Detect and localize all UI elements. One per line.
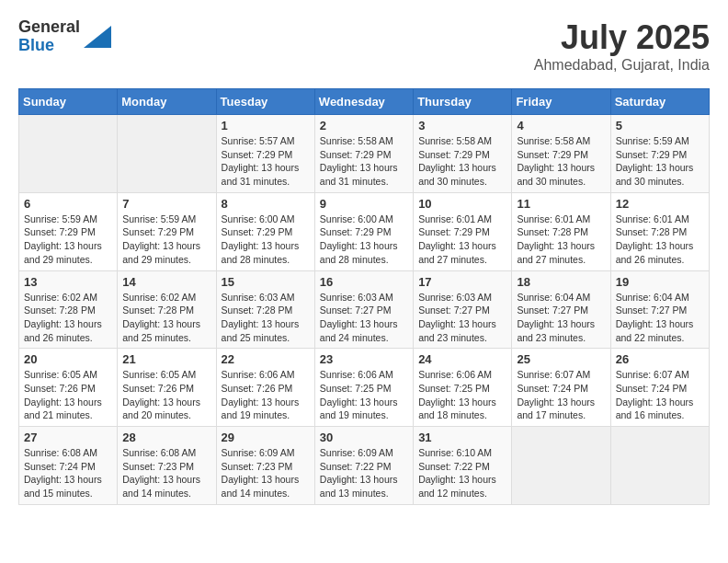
day-info: Sunrise: 6:10 AM Sunset: 7:22 PM Dayligh… [418,446,506,500]
calendar-cell: 27Sunrise: 6:08 AM Sunset: 7:24 PM Dayli… [19,427,118,505]
day-info: Sunrise: 6:08 AM Sunset: 7:24 PM Dayligh… [24,446,112,500]
calendar-cell: 25Sunrise: 6:07 AM Sunset: 7:24 PM Dayli… [512,349,610,427]
day-number: 22 [222,352,310,366]
logo: General Blue [18,18,111,55]
day-info: Sunrise: 6:01 AM Sunset: 7:28 PM Dayligh… [616,213,704,267]
day-number: 17 [418,275,506,289]
day-number: 21 [122,352,210,366]
page-header: General Blue July 2025 Ahmedabad, Gujara… [18,18,710,74]
calendar-cell: 12Sunrise: 6:01 AM Sunset: 7:28 PM Dayli… [610,192,709,270]
day-number: 24 [418,352,506,366]
day-number: 5 [616,119,704,132]
logo-icon [84,26,111,48]
day-info: Sunrise: 6:09 AM Sunset: 7:22 PM Dayligh… [320,446,408,500]
calendar-week-4: 20Sunrise: 6:05 AM Sunset: 7:26 PM Dayli… [19,349,710,427]
day-info: Sunrise: 6:04 AM Sunset: 7:27 PM Dayligh… [616,291,704,345]
calendar-cell: 29Sunrise: 6:09 AM Sunset: 7:23 PM Dayli… [216,427,314,505]
calendar-cell: 2Sunrise: 5:58 AM Sunset: 7:29 PM Daylig… [314,115,413,193]
calendar-week-2: 6Sunrise: 5:59 AM Sunset: 7:29 PM Daylig… [19,192,710,270]
calendar-week-5: 27Sunrise: 6:08 AM Sunset: 7:24 PM Dayli… [19,427,710,505]
day-number: 28 [122,431,210,444]
calendar-cell [118,115,216,193]
title-block: July 2025 Ahmedabad, Gujarat, India [534,18,710,74]
calendar-cell: 11Sunrise: 6:01 AM Sunset: 7:28 PM Dayli… [512,192,610,270]
day-info: Sunrise: 6:06 AM Sunset: 7:25 PM Dayligh… [320,368,408,422]
day-info: Sunrise: 6:02 AM Sunset: 7:28 PM Dayligh… [122,291,210,345]
calendar-cell: 26Sunrise: 6:07 AM Sunset: 7:24 PM Dayli… [610,349,709,427]
header-thursday: Thursday [414,89,512,115]
day-info: Sunrise: 6:08 AM Sunset: 7:23 PM Dayligh… [122,446,210,500]
calendar-header-row: SundayMondayTuesdayWednesdayThursdayFrid… [19,89,710,115]
calendar-cell: 1Sunrise: 5:57 AM Sunset: 7:29 PM Daylig… [216,115,314,193]
calendar-cell [512,427,610,505]
calendar-cell: 15Sunrise: 6:03 AM Sunset: 7:28 PM Dayli… [216,270,314,349]
day-info: Sunrise: 5:59 AM Sunset: 7:29 PM Dayligh… [616,134,704,189]
svg-marker-0 [84,26,111,48]
day-number: 26 [616,352,704,366]
day-info: Sunrise: 5:59 AM Sunset: 7:29 PM Dayligh… [122,213,210,267]
calendar-cell [610,427,709,505]
calendar-cell: 13Sunrise: 6:02 AM Sunset: 7:28 PM Dayli… [19,270,118,349]
header-monday: Monday [118,89,216,115]
day-info: Sunrise: 6:05 AM Sunset: 7:26 PM Dayligh… [24,368,112,422]
day-number: 31 [418,431,506,444]
calendar-cell: 14Sunrise: 6:02 AM Sunset: 7:28 PM Dayli… [118,270,216,349]
day-info: Sunrise: 5:59 AM Sunset: 7:29 PM Dayligh… [24,213,112,267]
day-info: Sunrise: 5:58 AM Sunset: 7:29 PM Dayligh… [320,134,408,189]
calendar-cell: 18Sunrise: 6:04 AM Sunset: 7:27 PM Dayli… [512,270,610,349]
day-info: Sunrise: 6:01 AM Sunset: 7:29 PM Dayligh… [418,213,506,267]
calendar-cell: 3Sunrise: 5:58 AM Sunset: 7:29 PM Daylig… [414,115,512,193]
header-sunday: Sunday [19,89,118,115]
calendar-cell: 31Sunrise: 6:10 AM Sunset: 7:22 PM Dayli… [414,427,512,505]
day-info: Sunrise: 6:03 AM Sunset: 7:27 PM Dayligh… [418,291,506,345]
calendar-week-1: 1Sunrise: 5:57 AM Sunset: 7:29 PM Daylig… [19,115,710,193]
calendar-cell: 21Sunrise: 6:05 AM Sunset: 7:26 PM Dayli… [118,349,216,427]
day-number: 8 [222,197,310,211]
calendar-cell: 17Sunrise: 6:03 AM Sunset: 7:27 PM Dayli… [414,270,512,349]
calendar-cell: 19Sunrise: 6:04 AM Sunset: 7:27 PM Dayli… [610,270,709,349]
day-number: 19 [616,275,704,289]
day-info: Sunrise: 6:09 AM Sunset: 7:23 PM Dayligh… [222,446,310,500]
logo-blue: Blue [18,37,80,55]
day-info: Sunrise: 5:57 AM Sunset: 7:29 PM Dayligh… [222,134,310,189]
day-number: 30 [320,431,408,444]
logo-general: General [18,18,80,37]
calendar-cell: 22Sunrise: 6:06 AM Sunset: 7:26 PM Dayli… [216,349,314,427]
day-number: 6 [24,197,112,211]
day-info: Sunrise: 6:03 AM Sunset: 7:27 PM Dayligh… [320,291,408,345]
calendar-cell: 5Sunrise: 5:59 AM Sunset: 7:29 PM Daylig… [610,115,709,193]
calendar-title: July 2025 [534,18,710,57]
calendar-table: SundayMondayTuesdayWednesdayThursdayFrid… [18,88,710,505]
calendar-cell: 6Sunrise: 5:59 AM Sunset: 7:29 PM Daylig… [19,192,118,270]
day-number: 15 [222,275,310,289]
header-tuesday: Tuesday [216,89,314,115]
day-number: 23 [320,352,408,366]
day-number: 25 [517,352,605,366]
day-number: 10 [418,197,506,211]
calendar-cell: 20Sunrise: 6:05 AM Sunset: 7:26 PM Dayli… [19,349,118,427]
calendar-cell: 23Sunrise: 6:06 AM Sunset: 7:25 PM Dayli… [314,349,413,427]
calendar-cell: 10Sunrise: 6:01 AM Sunset: 7:29 PM Dayli… [414,192,512,270]
header-saturday: Saturday [610,89,709,115]
calendar-cell: 9Sunrise: 6:00 AM Sunset: 7:29 PM Daylig… [314,192,413,270]
header-wednesday: Wednesday [314,89,413,115]
day-number: 29 [222,431,310,444]
calendar-cell: 28Sunrise: 6:08 AM Sunset: 7:23 PM Dayli… [118,427,216,505]
calendar-location: Ahmedabad, Gujarat, India [534,57,710,74]
day-info: Sunrise: 6:06 AM Sunset: 7:26 PM Dayligh… [222,368,310,422]
day-info: Sunrise: 6:07 AM Sunset: 7:24 PM Dayligh… [517,368,605,422]
day-number: 9 [320,197,408,211]
header-friday: Friday [512,89,610,115]
day-info: Sunrise: 6:03 AM Sunset: 7:28 PM Dayligh… [222,291,310,345]
day-number: 13 [24,275,112,289]
day-number: 7 [122,197,210,211]
day-number: 3 [418,119,506,132]
day-number: 4 [517,119,605,132]
day-number: 11 [517,197,605,211]
day-number: 27 [24,431,112,444]
day-info: Sunrise: 6:00 AM Sunset: 7:29 PM Dayligh… [222,213,310,267]
calendar-cell [19,115,118,193]
day-number: 2 [320,119,408,132]
day-info: Sunrise: 5:58 AM Sunset: 7:29 PM Dayligh… [517,134,605,189]
calendar-cell: 24Sunrise: 6:06 AM Sunset: 7:25 PM Dayli… [414,349,512,427]
